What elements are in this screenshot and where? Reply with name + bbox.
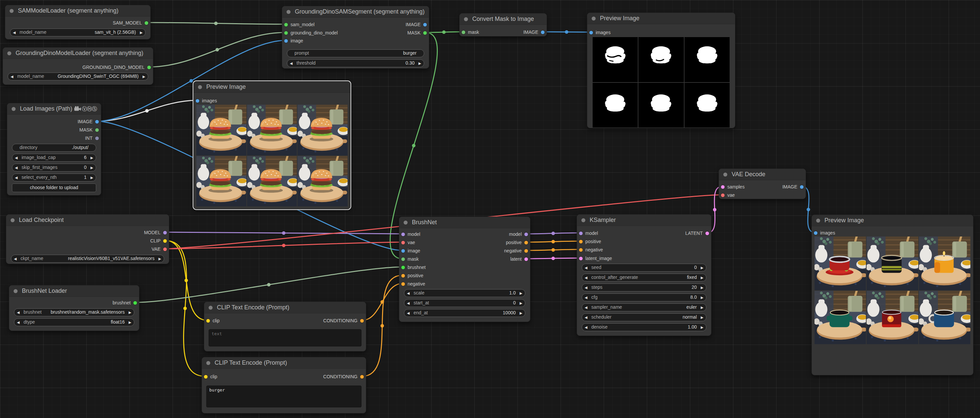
node-title-bar[interactable]: Preview Image bbox=[812, 215, 973, 226]
port-dot[interactable] bbox=[589, 31, 593, 35]
decrement-arrow[interactable]: ◀ bbox=[583, 294, 589, 301]
decrement-arrow[interactable]: ◀ bbox=[583, 264, 589, 271]
node-preview_burgers[interactable]: Preview Imageimages bbox=[193, 81, 350, 209]
node-clip_pos[interactable]: CLIP Text Encode (Prompt)clipCONDITIONIN… bbox=[202, 357, 366, 413]
port-dot[interactable] bbox=[579, 248, 583, 252]
collapse-dot-icon[interactable] bbox=[286, 10, 291, 14]
input-port-sam_model[interactable]: sam_model bbox=[282, 21, 314, 28]
port-dot[interactable] bbox=[461, 30, 465, 34]
increment-arrow[interactable]: ▶ bbox=[127, 319, 133, 326]
widget-cfg[interactable]: ◀cfg8.0▶ bbox=[582, 293, 706, 301]
port-dot[interactable] bbox=[360, 319, 364, 323]
input-port-positive[interactable]: positive bbox=[399, 272, 423, 279]
decrement-arrow[interactable]: ◀ bbox=[13, 174, 19, 181]
decrement-arrow[interactable]: ◀ bbox=[11, 29, 17, 36]
output-port-IMAGE[interactable]: IMAGE bbox=[78, 118, 101, 125]
input-port-clip[interactable]: clip bbox=[204, 317, 220, 324]
input-port-mask[interactable]: mask bbox=[399, 256, 418, 262]
output-port-latent[interactable]: latent bbox=[511, 256, 530, 262]
output-port-CONDITIONING[interactable]: CONDITIONING bbox=[323, 317, 366, 324]
port-dot[interactable] bbox=[401, 249, 405, 253]
increment-arrow[interactable]: ▶ bbox=[699, 314, 705, 321]
input-port-images[interactable]: images bbox=[812, 230, 835, 236]
port-dot[interactable] bbox=[524, 241, 528, 244]
node-title-bar[interactable]: CLIP Text Encode (Prompt) bbox=[202, 357, 366, 369]
node-title-bar[interactable]: CLIP Text Encode (Prompt) bbox=[204, 302, 366, 314]
port-dot[interactable] bbox=[423, 23, 427, 27]
input-port-negative[interactable]: negative bbox=[577, 246, 603, 253]
widget-scale[interactable]: ◀scale1.0▶ bbox=[404, 289, 525, 297]
port-dot[interactable] bbox=[206, 319, 210, 323]
increment-arrow[interactable]: ▶ bbox=[417, 60, 423, 67]
collapse-dot-icon[interactable] bbox=[816, 218, 820, 223]
collapse-dot-icon[interactable] bbox=[464, 17, 468, 21]
output-port-VAE[interactable]: VAE bbox=[151, 246, 169, 252]
prompt-textarea[interactable] bbox=[208, 329, 361, 347]
increment-arrow[interactable]: ▶ bbox=[699, 324, 705, 331]
input-port-grounding_dino_model[interactable]: grounding_dino_model bbox=[282, 30, 337, 36]
input-port-samples[interactable]: samples bbox=[719, 184, 745, 190]
output-port-IMAGE[interactable]: IMAGE bbox=[782, 184, 805, 190]
port-dot[interactable] bbox=[401, 241, 405, 244]
increment-arrow[interactable]: ▶ bbox=[699, 304, 705, 311]
node-gdss[interactable]: GroundingDinoSAMSegment (segment anythin… bbox=[282, 6, 429, 68]
widget-model_name[interactable]: ◀model_nameGroundingDINO_SwinT_OGC (694M… bbox=[8, 73, 148, 81]
increment-arrow[interactable]: ▶ bbox=[518, 290, 524, 297]
output-port-MASK[interactable]: MASK bbox=[407, 30, 429, 36]
port-dot[interactable] bbox=[705, 231, 709, 235]
output-port-brushnet[interactable]: brushnet bbox=[113, 299, 139, 306]
input-port-positive[interactable]: positive bbox=[577, 238, 601, 245]
port-dot[interactable] bbox=[147, 66, 151, 69]
output-port-MODEL[interactable]: MODEL bbox=[144, 229, 169, 236]
node-preview_result[interactable]: Preview Imageimages bbox=[811, 215, 974, 375]
input-port-model[interactable]: model bbox=[577, 230, 598, 236]
output-port-model[interactable]: model bbox=[509, 231, 530, 238]
widget-prompt[interactable]: promptburger bbox=[287, 49, 424, 57]
node-title-bar[interactable]: Preview Image bbox=[194, 81, 350, 93]
node-sam_loader[interactable]: SAMModelLoader (segment anything)SAM_MOD… bbox=[5, 5, 151, 40]
widget-skip_first_images[interactable]: ◀skip_first_images0▶ bbox=[12, 164, 96, 172]
decrement-arrow[interactable]: ◀ bbox=[583, 304, 589, 311]
decrement-arrow[interactable]: ◀ bbox=[583, 324, 589, 331]
widget-end_at[interactable]: ◀end_at10000▶ bbox=[404, 309, 525, 317]
port-dot[interactable] bbox=[721, 193, 725, 197]
port-dot[interactable] bbox=[163, 247, 167, 251]
increment-arrow[interactable]: ▶ bbox=[157, 255, 163, 262]
node-mask2img[interactable]: Convert Mask to ImagemaskIMAGE bbox=[459, 13, 547, 36]
input-port-latent_image[interactable]: latent_image bbox=[577, 255, 612, 262]
prompt-textarea[interactable]: burger bbox=[206, 386, 361, 407]
port-dot[interactable] bbox=[360, 375, 364, 378]
node-clip_neg[interactable]: CLIP Text Encode (Prompt)clipCONDITIONIN… bbox=[204, 302, 366, 352]
port-dot[interactable] bbox=[204, 375, 208, 378]
port-dot[interactable] bbox=[721, 185, 725, 189]
widget-seed[interactable]: ◀seed0▶ bbox=[582, 264, 706, 272]
input-port-brushnet[interactable]: brushnet bbox=[399, 264, 425, 271]
port-dot[interactable] bbox=[95, 136, 99, 140]
input-port-vae[interactable]: vae bbox=[719, 192, 735, 198]
port-dot[interactable] bbox=[401, 266, 405, 269]
increment-arrow[interactable]: ▶ bbox=[699, 264, 705, 271]
increment-arrow[interactable]: ▶ bbox=[138, 29, 144, 36]
graph-canvas[interactable]: SAMModelLoader (segment anything)SAM_MOD… bbox=[0, 0, 980, 418]
collapse-dot-icon[interactable] bbox=[592, 17, 596, 21]
port-dot[interactable] bbox=[524, 233, 528, 236]
input-port-images[interactable]: images bbox=[587, 29, 611, 36]
collapse-dot-icon[interactable] bbox=[7, 51, 11, 55]
port-dot[interactable] bbox=[524, 249, 528, 253]
input-port-clip[interactable]: clip bbox=[202, 373, 217, 380]
node-title-bar[interactable]: GroundingDinoModelLoader (segment anythi… bbox=[3, 48, 153, 59]
input-port-mask[interactable]: mask bbox=[460, 29, 479, 35]
widget-dtype[interactable]: ◀dtypefloat16▶ bbox=[14, 318, 134, 326]
decrement-arrow[interactable]: ◀ bbox=[15, 309, 21, 316]
port-dot[interactable] bbox=[284, 23, 288, 27]
port-dot[interactable] bbox=[401, 274, 405, 277]
port-dot[interactable] bbox=[541, 30, 544, 34]
port-dot[interactable] bbox=[401, 257, 405, 261]
input-port-images[interactable]: images bbox=[194, 97, 217, 104]
node-title-bar[interactable]: GroundingDinoSAMSegment (segment anythin… bbox=[282, 6, 429, 17]
button-choose-folder-to-upload[interactable]: choose folder to upload bbox=[12, 184, 96, 192]
widget-threshold[interactable]: ◀threshold0.30▶ bbox=[287, 59, 424, 67]
port-dot[interactable] bbox=[814, 231, 818, 235]
decrement-arrow[interactable]: ◀ bbox=[405, 299, 411, 307]
port-dot[interactable] bbox=[800, 185, 803, 189]
